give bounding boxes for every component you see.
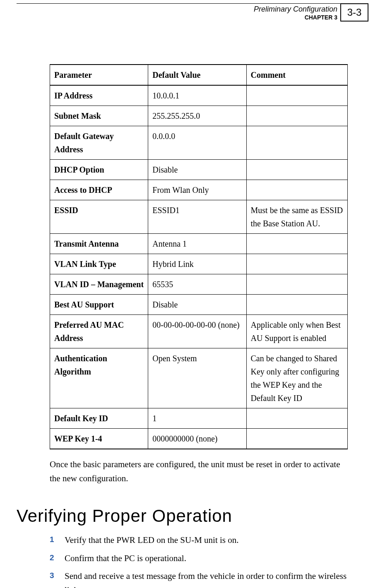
table-row: Default Gateway Address 0.0.0.0 [50,126,348,160]
steps-list: 1 Verify that the PWR LED on the SU-M un… [50,533,348,588]
value-cell: 0.0.0.0 [148,126,246,160]
table-header-parameter: Parameter [50,65,148,85]
value-cell: Open System [148,348,246,408]
param-cell: VLAN ID – Management [50,274,148,295]
param-cell: IP Address [50,85,148,106]
param-cell: Preferred AU MAC Address [50,315,148,348]
value-cell: 255.255.255.0 [148,106,246,126]
value-cell: From Wlan Only [148,180,246,200]
step-text: Confirm that the PC is operational. [65,553,186,563]
comment-cell [246,180,347,200]
value-cell: 0000000000 (none) [148,429,246,449]
comment-cell [246,234,347,254]
param-cell: ESSID [50,200,148,234]
comment-cell [246,160,347,180]
table-row: DHCP Option Disable [50,160,348,180]
table-row: VLAN ID – Management 65535 [50,274,348,295]
value-cell: 1 [148,408,246,429]
param-cell: Transmit Antenna [50,234,148,254]
header-title: Preliminary Configuration [254,5,337,14]
table-row: VLAN Link Type Hybrid Link [50,254,348,274]
comment-cell [246,126,347,160]
table-row: Best AU Support Disable [50,295,348,315]
param-cell: Best AU Support [50,295,148,315]
table-row: Preferred AU MAC Address 00-00-00-00-00-… [50,315,348,348]
table-row: IP Address 10.0.0.1 [50,85,348,106]
page-content: Parameter Default Value Comment IP Addre… [0,23,385,588]
table-row: Access to DHCP From Wlan Only [50,180,348,200]
step-item: 2 Confirm that the PC is operational. [50,552,348,566]
step-item: 1 Verify that the PWR LED on the SU-M un… [50,533,348,547]
table-row: Subnet Mask 255.255.255.0 [50,106,348,126]
table-row: ESSID ESSID1 Must be the same as ESSID t… [50,200,348,234]
comment-cell: Applicable only when Best AU Support is … [246,315,347,348]
comment-cell [246,85,347,106]
value-cell: 10.0.0.1 [148,85,246,106]
value-cell: 00-00-00-00-00-00 (none) [148,315,246,348]
step-item: 3 Send and receive a test message from t… [50,569,348,588]
comment-cell [246,295,347,315]
page-number: 3-3 [340,3,368,22]
step-text: Send and receive a test message from the… [65,571,346,588]
parameters-table: Parameter Default Value Comment IP Addre… [50,64,348,449]
page-header: Preliminary Configuration CHAPTER 3 3-3 [0,0,385,23]
comment-cell [246,254,347,274]
param-cell: Access to DHCP [50,180,148,200]
value-cell: Disable [148,295,246,315]
comment-cell [246,429,347,449]
param-cell: DHCP Option [50,160,148,180]
table-row: Default Key ID 1 [50,408,348,429]
param-cell: Authentication Algorithm [50,348,148,408]
value-cell: 65535 [148,274,246,295]
value-cell: Antenna 1 [148,234,246,254]
value-cell: Disable [148,160,246,180]
section-heading: Verifying Proper Operation [17,506,348,526]
comment-cell [246,106,347,126]
param-cell: WEP Key 1-4 [50,429,148,449]
table-header-comment: Comment [246,65,347,85]
chapter-label: CHAPTER 3 [305,14,337,21]
step-number: 1 [50,533,54,546]
body-paragraph: Once the basic parameters are configured… [50,458,348,485]
comment-cell: Can be changed to Shared Key only after … [246,348,347,408]
table-header-row: Parameter Default Value Comment [50,65,348,85]
step-number: 2 [50,552,54,564]
param-cell: VLAN Link Type [50,254,148,274]
param-cell: Subnet Mask [50,106,148,126]
value-cell: ESSID1 [148,200,246,234]
header-rule [17,3,368,4]
param-cell: Default Key ID [50,408,148,429]
comment-cell [246,274,347,295]
comment-cell [246,408,347,429]
table-row: WEP Key 1-4 0000000000 (none) [50,429,348,449]
step-number: 3 [50,569,54,582]
value-cell: Hybrid Link [148,254,246,274]
table-header-default-value: Default Value [148,65,246,85]
comment-cell: Must be the same as ESSID the Base Stati… [246,200,347,234]
table-row: Transmit Antenna Antenna 1 [50,234,348,254]
param-cell: Default Gateway Address [50,126,148,160]
table-row: Authentication Algorithm Open System Can… [50,348,348,408]
step-text: Verify that the PWR LED on the SU-M unit… [65,535,239,545]
